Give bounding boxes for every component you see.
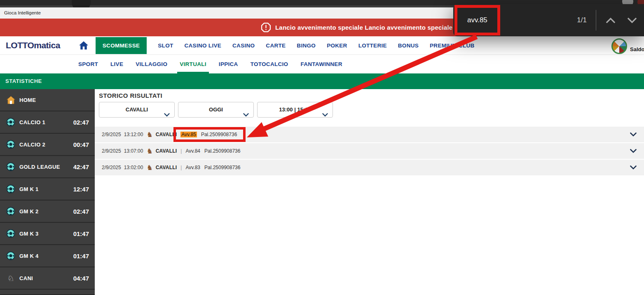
- subnav-item-ippica[interactable]: IPPICA: [219, 55, 238, 73]
- subnav-item-villaggio[interactable]: VILLAGGIO: [136, 55, 167, 73]
- lottomatica-page: Gioca Intelligente Lancio avvenimento sp…: [0, 0, 644, 295]
- nav-item-premium-club[interactable]: PREMIUM CLUB: [430, 42, 475, 49]
- saldo-label: Saldo: [630, 46, 644, 52]
- result-time: 13:07:00: [124, 148, 143, 154]
- sidebar-item-time: 42:47: [73, 163, 89, 170]
- result-row-avv-84[interactable]: 2/9/2025 13:07:00 ♞ CAVALLI | Avv.84 Pal…: [95, 143, 644, 160]
- main-content: STORICO RISULTATI CAVALLI OGGI 13:00 | 1…: [95, 89, 644, 295]
- dog-icon: ♘: [6, 274, 16, 282]
- result-separator: |: [180, 165, 182, 170]
- horse-icon: ♞: [146, 131, 152, 138]
- soccer-ball-icon: [6, 229, 16, 238]
- nav-item-scommesse[interactable]: SCOMMESSE: [96, 37, 147, 54]
- filter-time-range-select[interactable]: 13:00 | 15:00: [257, 102, 333, 118]
- lottomatica-logo[interactable]: LOTTOmatica: [6, 40, 60, 50]
- sidebar-item-gm-k-3[interactable]: GM K 3 01:47: [0, 223, 95, 245]
- result-pal-code: Pal.2509908736: [204, 165, 240, 170]
- subnav-item-totocalcio[interactable]: TOTOCALCIO: [251, 55, 288, 73]
- results-list: 2/9/2025 13:12:00 ♞ CAVALLI Avv.85 Pal.2…: [95, 127, 644, 176]
- sidebar-item-time: 00:47: [73, 141, 89, 148]
- home-icon: [79, 41, 88, 50]
- nav-item-carte[interactable]: CARTE: [266, 42, 286, 49]
- result-sport: CAVALLI: [156, 132, 177, 137]
- home-icon: [6, 96, 16, 104]
- result-event-group: Avv.84 Pal.2509908736: [185, 148, 240, 154]
- sidebar-item-time: 12:47: [73, 186, 89, 193]
- soccer-ball-icon: [6, 118, 16, 127]
- nav-item-lotterie[interactable]: LOTTERIE: [358, 42, 387, 49]
- result-event: Avv.84: [185, 148, 200, 154]
- sidebar-item-calcio-2[interactable]: CALCIO 2 00:47: [0, 134, 95, 156]
- soccer-ball-icon: [6, 140, 16, 149]
- chevron-down-icon: [322, 108, 328, 123]
- sidebar-item-label: HOME: [19, 97, 36, 103]
- sidebar-item-label: GM K 3: [19, 231, 39, 237]
- find-query-input[interactable]: avv.85: [467, 16, 487, 24]
- sidebar-item-home[interactable]: HOME: [0, 89, 95, 111]
- sidebar-item-gm-k-4[interactable]: GM K 4 01:47: [0, 245, 95, 267]
- result-separator: |: [180, 148, 182, 154]
- nav-item-poker[interactable]: POKER: [327, 42, 347, 49]
- result-row-avv-83[interactable]: 2/9/2025 13:02:00 ♞ CAVALLI | Avv.83 Pal…: [95, 160, 644, 176]
- filter-sport-select[interactable]: CAVALLI: [99, 102, 175, 118]
- horse-icon: ♞: [146, 164, 152, 171]
- sidebar-item-gold-league[interactable]: GOLD LEAGUE 42:47: [0, 156, 95, 178]
- sidebar-item-partial: [0, 290, 95, 295]
- row-expand-chevron[interactable]: [630, 132, 637, 137]
- subnav-item-fantawinner[interactable]: FANTAWINNER: [300, 55, 342, 73]
- result-event-group: Avv.85 Pal.2509908736: [180, 132, 237, 137]
- subnav-item-virtuali[interactable]: VIRTUALI: [180, 55, 206, 73]
- subnav-item-sport[interactable]: SPORT: [78, 55, 98, 73]
- page-title: STORICO RISULTATI: [99, 92, 162, 99]
- alert-octagon-icon: [261, 22, 271, 33]
- result-date: 2/9/2025: [102, 165, 121, 170]
- sidebar-item-label: CALCIO 2: [19, 142, 45, 148]
- result-pal-code: Pal.2509908736: [201, 132, 237, 137]
- alert-banner-content: Lancio avvenimento speciale Lancio avven…: [261, 19, 461, 36]
- nav-item-casino[interactable]: CASINO: [232, 42, 255, 49]
- soccer-ball-icon: [6, 251, 16, 260]
- result-row-avv-85[interactable]: 2/9/2025 13:12:00 ♞ CAVALLI Avv.85 Pal.2…: [95, 127, 644, 143]
- sidebar-item-label: GM K 4: [19, 253, 39, 259]
- sidebar-item-gm-k-2[interactable]: GM K 2 02:47: [0, 201, 95, 223]
- result-sport: CAVALLI: [156, 148, 177, 154]
- tagline-text: Gioca Intelligente: [4, 7, 41, 19]
- sidebar-item-calcio-1[interactable]: CALCIO 1 02:47: [0, 111, 95, 134]
- alert-message: Lancio avvenimento speciale Lancio avven…: [275, 24, 461, 31]
- result-pal-code: Pal.2509908736: [204, 148, 240, 154]
- filter-day-select[interactable]: OGGI: [178, 102, 254, 118]
- home-nav-button[interactable]: [79, 41, 88, 50]
- row-expand-chevron[interactable]: [630, 149, 637, 153]
- sidebar: HOME CALCIO 1 02:47 CALCIO 2 00:47 GOLD …: [0, 89, 95, 295]
- subnav-item-live[interactable]: LIVE: [110, 55, 123, 73]
- result-time: 13:02:00: [124, 165, 143, 170]
- sidebar-item-cani[interactable]: ♘ CANI 04:47: [0, 267, 95, 290]
- nav-item-slot[interactable]: SLOT: [158, 42, 173, 49]
- find-bar-divider: [596, 10, 596, 31]
- find-match-counter: 1/1: [577, 16, 587, 24]
- filter-day-value: OGGI: [209, 106, 223, 113]
- filter-time-range-value: 13:00 | 15:00: [279, 106, 311, 113]
- find-previous-button[interactable]: [605, 15, 616, 26]
- sidebar-item-gm-k-1[interactable]: GM K 1 12:47: [0, 178, 95, 201]
- sidebar-item-label: CALCIO 1: [19, 119, 45, 125]
- dog-glyph: ♘: [7, 274, 14, 282]
- find-in-page-bar: avv.85 1/1: [453, 4, 644, 36]
- row-expand-chevron[interactable]: [630, 165, 637, 170]
- find-query-wrap: avv.85: [467, 16, 487, 24]
- nav-item-casino-live[interactable]: CASINO LIVE: [184, 42, 221, 49]
- result-sport: CAVALLI: [156, 165, 177, 170]
- nav-item-bingo[interactable]: BINGO: [297, 42, 316, 49]
- sidebar-item-time: 02:47: [73, 208, 89, 215]
- find-next-button[interactable]: [627, 15, 637, 26]
- result-time: 13:12:00: [124, 132, 143, 137]
- account-saldo[interactable]: Saldo: [611, 38, 644, 54]
- soccer-ball-icon: [6, 184, 16, 194]
- nav-item-bonus[interactable]: BONUS: [398, 42, 419, 49]
- chevron-up-icon: [606, 18, 615, 23]
- main-nav: LOTTOmatica SCOMMESSE SLOT CASINO LIVE C…: [0, 36, 644, 55]
- pinwheel-balance-icon: [611, 38, 627, 54]
- sidebar-item-label: CANI: [19, 275, 33, 281]
- sidebar-item-label: GM K 1: [19, 186, 39, 192]
- sidebar-item-time: 01:47: [73, 230, 89, 237]
